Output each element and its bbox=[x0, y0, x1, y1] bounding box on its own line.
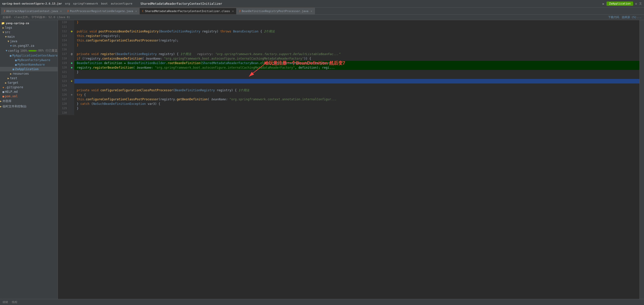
tree-item-mybname[interactable]: ■ MyBeanNameAware bbox=[0, 62, 58, 67]
tree-item-java[interactable]: ▼ java bbox=[0, 39, 58, 43]
choose-source-button[interactable]: 选择源 (S)... bbox=[622, 15, 641, 19]
tree-label-java: java bbox=[10, 39, 17, 43]
tree-item-main[interactable]: ▼ main bbox=[0, 34, 58, 39]
gutter-127 bbox=[69, 97, 74, 102]
folder-icon-resources: ▶ bbox=[10, 72, 12, 75]
line-code-117: private void register(BeanDefinitionRegi… bbox=[74, 52, 639, 56]
line-num-128: 128 bbox=[58, 102, 69, 106]
code-line-128: 128 } catch (NoSuchBeanDefinitionExcepti… bbox=[58, 102, 639, 106]
folder-icon-target: ▶ bbox=[5, 81, 7, 84]
code-line-118: 118 if (!registry.containsBeanDefinition… bbox=[58, 56, 639, 61]
gutter-115 bbox=[69, 43, 74, 47]
folder-icon-src: ▼ bbox=[3, 31, 4, 34]
settings-icon[interactable]: ⚙ bbox=[635, 2, 637, 6]
gutter-126: ⊕ bbox=[69, 93, 74, 97]
config-icon: ▼ bbox=[6, 49, 7, 52]
tree-item-resources[interactable]: ▶ resources bbox=[0, 71, 58, 76]
project-header[interactable]: 📁 yang-spring-za bbox=[0, 21, 58, 25]
gutter-119: ● bbox=[69, 61, 74, 65]
jar-name: spring-boot-autoconfigure-2.6.13.jar bbox=[2, 2, 62, 5]
line-num-119: 119 bbox=[58, 61, 69, 65]
exec-dot-119: ● bbox=[71, 61, 72, 65]
gutter-114 bbox=[69, 38, 74, 43]
close-tab-3[interactable]: × bbox=[311, 10, 312, 13]
gutter-125 bbox=[69, 88, 74, 93]
tab-abstract[interactable]: J AbstractApplicationContext.java × bbox=[1, 8, 64, 14]
line-code-115: } bbox=[74, 43, 639, 47]
tree-label-config: config bbox=[8, 49, 19, 53]
tree-item-external[interactable]: ▶ 外部库 bbox=[0, 99, 58, 104]
tab-bdrpp[interactable]: J BeanDefinitionRegistryPostProcessor.ja… bbox=[236, 8, 315, 14]
gutter-130 bbox=[69, 111, 74, 115]
code-line-112: 112 ⊕ public void postProcessBeanDefinit… bbox=[58, 29, 639, 34]
code-line-116: 116 bbox=[58, 47, 639, 52]
line-code-113: this.register(registry); bbox=[74, 34, 639, 38]
tree-label-gitignore: .gitignore bbox=[5, 85, 23, 89]
tree-item-pom[interactable]: ■ pom.xml bbox=[0, 94, 58, 99]
line-code-130 bbox=[74, 111, 639, 115]
tree-label-help: HELP.md bbox=[5, 90, 18, 94]
close-tab-1[interactable]: × bbox=[135, 10, 137, 13]
java-icon-0: J bbox=[4, 10, 5, 13]
line-code-127: this.configureConfigurationClassPostProc… bbox=[74, 97, 639, 102]
right-controls: ▶ ZaApplication ⚙ 文 bbox=[602, 2, 642, 6]
tree-item-package[interactable]: ▼ cn.yang37.za bbox=[0, 43, 58, 48]
menu-autoconfigure[interactable]: autoconfigure bbox=[111, 2, 132, 5]
tree-item-scratch[interactable]: ▶ 临时文件和控制台 bbox=[0, 104, 58, 109]
code-line-123: 123 ➤ bbox=[58, 79, 639, 83]
code-line-124: 124 bbox=[58, 83, 639, 88]
code-line-126: 126 ⊕ try { bbox=[58, 93, 639, 97]
exec-dot-120: ● bbox=[71, 65, 72, 70]
tab-label-3: BeanDefinitionRegistryPostProcessor.java bbox=[242, 10, 308, 13]
tree-item-myapp[interactable]: ■ MyApplicationContextAware bbox=[0, 53, 58, 58]
decompile-info: 反编译. class文件, 字节码版本: 52.0 (Java 8) bbox=[3, 15, 70, 19]
menu-springframework[interactable]: springframework bbox=[73, 2, 98, 5]
tree-item-help[interactable]: ■ HELP.md bbox=[0, 90, 58, 94]
folder-icon-java: ▼ bbox=[8, 40, 9, 43]
annotation-wrapper: 123 ➤ 啥玩意注册一个BeanDef bbox=[58, 79, 639, 83]
coverage-bar bbox=[28, 50, 37, 52]
line-num-120: 120 bbox=[58, 65, 69, 70]
gutter-123: ➤ bbox=[69, 79, 74, 83]
tree-item-logs[interactable]: ▶ logs bbox=[0, 25, 58, 30]
line-num-127: 127 bbox=[58, 97, 69, 102]
at-symbol: @ bbox=[71, 52, 72, 56]
line-num-114: 114 bbox=[58, 38, 69, 43]
line-code-114: this.configureConfigurationClassPostProc… bbox=[74, 38, 639, 43]
tree-item-test[interactable]: ▶ test bbox=[0, 76, 58, 80]
run-icon: ▶ bbox=[602, 2, 604, 6]
status-ready: 就绪 bbox=[3, 300, 8, 304]
code-line-117: 117 @ private void register(BeanDefiniti… bbox=[58, 52, 639, 56]
package-icon: ▼ bbox=[10, 44, 12, 48]
fold-arrow-126: ⊕ bbox=[71, 93, 72, 97]
folder-icon-scratch: ▶ bbox=[0, 105, 2, 108]
tree-item-config[interactable]: ▼ config 100% 86% 行已覆盖 bbox=[0, 48, 58, 53]
tree-label-scratch: 临时文件和控制台 bbox=[3, 104, 27, 109]
tree-item-target[interactable]: ▶ target bbox=[0, 80, 58, 85]
line-num-122: 122 bbox=[58, 74, 69, 79]
code-content[interactable]: 110 } 111 112 ⊕ public void postProcessB… bbox=[58, 20, 639, 299]
app-button[interactable]: ZaApplication bbox=[607, 2, 633, 6]
translate-icon[interactable]: 文 bbox=[639, 2, 642, 6]
close-tab-0[interactable]: × bbox=[60, 10, 62, 13]
tree-item-zaapp[interactable]: ■ ZaApplication bbox=[0, 67, 58, 71]
line-num-110: 110 bbox=[58, 20, 69, 25]
code-line-130: 130 bbox=[58, 111, 639, 115]
tree-label-myapp: MyApplicationContextAware bbox=[12, 54, 58, 57]
download-code-button[interactable]: 下载代码 bbox=[608, 15, 619, 19]
class-icon-2: C bbox=[142, 10, 144, 13]
tab-postprocessor[interactable]: J PostProcessorRegistrationDelegate.java… bbox=[64, 8, 140, 14]
line-num-111: 111 bbox=[58, 25, 69, 29]
tree-item-src[interactable]: ▼ src bbox=[0, 30, 58, 34]
menu-org[interactable]: org bbox=[65, 2, 70, 5]
menu-boot[interactable]: boot bbox=[101, 2, 108, 5]
close-tab-2[interactable]: × bbox=[232, 10, 234, 13]
gutter-129 bbox=[69, 106, 74, 111]
tree-label-pom: pom.xml bbox=[5, 95, 18, 98]
java-file-icon-2: ■ bbox=[15, 59, 17, 62]
tab-shared[interactable]: C SharedMetadataReaderFactoryContextInit… bbox=[140, 8, 236, 14]
line-num-121: 121 bbox=[58, 70, 69, 74]
tree-item-gitignore[interactable]: ◆ .gitignore bbox=[0, 85, 58, 90]
tree-item-mybf[interactable]: ■ MyBeanFactoryAware bbox=[0, 58, 58, 62]
gutter-111 bbox=[69, 25, 74, 29]
